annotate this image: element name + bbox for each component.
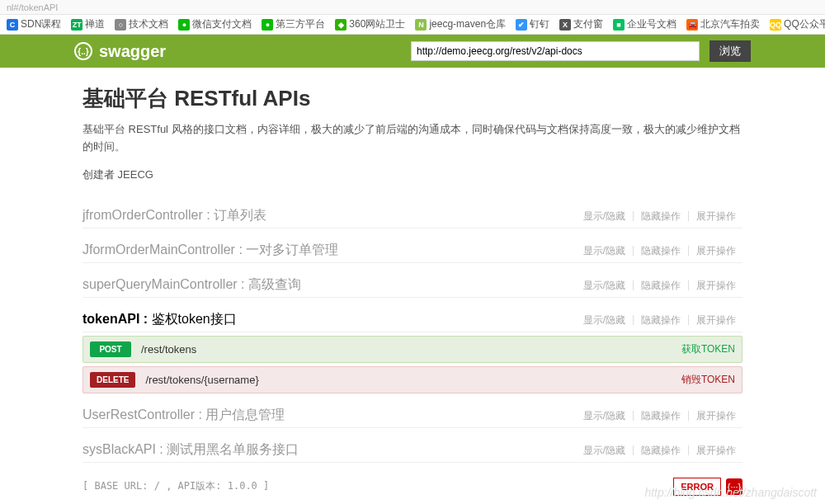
action-hide-ops[interactable]: 隐藏操作 bbox=[634, 313, 687, 327]
section-desc: 高级查询 bbox=[248, 277, 301, 291]
bookmark-label: SDN课程 bbox=[21, 17, 61, 31]
bookmark-icon: X bbox=[559, 19, 571, 31]
section-header[interactable]: superQueryMainController : 高级查询显示/隐藏隐藏操作… bbox=[82, 271, 742, 298]
action-show-hide[interactable]: 显示/隐藏 bbox=[577, 210, 632, 224]
bookmark-item[interactable]: QQQQ公众平台 bbox=[766, 17, 825, 31]
bookmark-label: 禅道 bbox=[85, 17, 105, 31]
section-header[interactable]: sysBlackAPI : 测试用黑名单服务接口显示/隐藏隐藏操作展开操作 bbox=[82, 436, 742, 463]
section-header[interactable]: UserRestController : 用户信息管理显示/隐藏隐藏操作展开操作 bbox=[82, 402, 742, 428]
main-container: 基础平台 RESTful APIs 基础平台 RESTful 风格的接口文档，内… bbox=[74, 68, 751, 504]
action-hide-ops[interactable]: 隐藏操作 bbox=[634, 444, 687, 458]
section-name: superQueryMainController bbox=[82, 277, 238, 291]
section-actions: 显示/隐藏隐藏操作展开操作 bbox=[577, 279, 742, 293]
bookmark-item[interactable]: ◆360网站卫士 bbox=[332, 17, 408, 31]
bookmark-icon: N bbox=[415, 19, 427, 31]
bookmark-item[interactable]: ○技术文档 bbox=[111, 17, 172, 31]
bookmark-icon: ● bbox=[262, 19, 273, 31]
bookmark-item[interactable]: ✔钉钉 bbox=[512, 17, 553, 31]
section-actions: 显示/隐藏隐藏操作展开操作 bbox=[577, 244, 742, 258]
section-actions: 显示/隐藏隐藏操作展开操作 bbox=[577, 444, 742, 458]
page-title: 基础平台 RESTful APIs bbox=[82, 84, 742, 113]
action-expand-ops[interactable]: 展开操作 bbox=[690, 244, 742, 258]
section-header[interactable]: tokenAPI : 鉴权token接口显示/隐藏隐藏操作展开操作 bbox=[82, 306, 742, 332]
bookmark-icon: QQ bbox=[770, 19, 781, 31]
section-desc: 鉴权token接口 bbox=[152, 312, 237, 326]
endpoint-path: /rest/tokens bbox=[141, 343, 196, 356]
swagger-logo-icon: {..} bbox=[74, 42, 92, 60]
bookmarks-bar: CSDN课程ZT禅道○技术文档●微信支付文档●第三方平台◆360网站卫士Njee… bbox=[0, 15, 825, 35]
api-section: tokenAPI : 鉴权token接口显示/隐藏隐藏操作展开操作 POST /… bbox=[82, 306, 742, 393]
browse-button[interactable]: 浏览 bbox=[710, 40, 751, 62]
section-title[interactable]: sysBlackAPI : 测试用黑名单服务接口 bbox=[82, 441, 299, 459]
error-button[interactable]: ERROR bbox=[673, 478, 721, 496]
section-desc: 测试用黑名单服务接口 bbox=[167, 442, 299, 456]
bookmark-item[interactable]: 🚘北京汽车拍卖 bbox=[683, 17, 763, 31]
section-header[interactable]: JformOrderMainController : 一对多订单管理显示/隐藏隐… bbox=[82, 237, 742, 263]
endpoint-summary: 获取TOKEN bbox=[681, 342, 735, 356]
action-hide-ops[interactable]: 隐藏操作 bbox=[634, 244, 687, 258]
bookmark-icon: ✔ bbox=[516, 19, 527, 31]
page-author: 创建者 JEECG bbox=[82, 167, 742, 182]
bookmark-item[interactable]: Njeecg-maven仓库 bbox=[412, 17, 509, 31]
bookmark-label: 支付窗 bbox=[573, 17, 603, 31]
bookmark-icon: ◆ bbox=[335, 19, 346, 31]
api-section: UserRestController : 用户信息管理显示/隐藏隐藏操作展开操作 bbox=[82, 402, 742, 428]
footer: [ BASE URL: / , API版本: 1.0.0 ] ERROR {··… bbox=[82, 478, 742, 496]
swagger-brand-text: swagger bbox=[99, 42, 166, 61]
action-expand-ops[interactable]: 展开操作 bbox=[690, 313, 742, 327]
action-hide-ops[interactable]: 隐藏操作 bbox=[634, 409, 687, 423]
bookmark-label: 北京汽车拍卖 bbox=[700, 17, 760, 31]
bookmark-label: 第三方平台 bbox=[276, 17, 325, 31]
api-section: superQueryMainController : 高级查询显示/隐藏隐藏操作… bbox=[82, 271, 742, 298]
api-section: sysBlackAPI : 测试用黑名单服务接口显示/隐藏隐藏操作展开操作 bbox=[82, 436, 742, 463]
bookmark-item[interactable]: CSDN课程 bbox=[3, 17, 64, 31]
action-show-hide[interactable]: 显示/隐藏 bbox=[577, 313, 632, 327]
page-description: 基础平台 RESTful 风格的接口文档，内容详细，极大的减少了前后端的沟通成本… bbox=[82, 121, 742, 156]
section-name: tokenAPI bbox=[82, 312, 139, 326]
action-hide-ops[interactable]: 隐藏操作 bbox=[634, 210, 687, 224]
api-section: jfromOrderController : 订单列表显示/隐藏隐藏操作展开操作 bbox=[82, 202, 742, 228]
bookmark-item[interactable]: ●微信支付文档 bbox=[175, 17, 255, 31]
bookmark-icon: ● bbox=[178, 19, 190, 31]
section-title[interactable]: UserRestController : 用户信息管理 bbox=[82, 407, 285, 424]
section-actions: 显示/隐藏隐藏操作展开操作 bbox=[577, 409, 742, 423]
action-show-hide[interactable]: 显示/隐藏 bbox=[577, 279, 632, 293]
error-badge-icon[interactable]: {···} bbox=[726, 478, 742, 495]
action-expand-ops[interactable]: 展开操作 bbox=[690, 444, 742, 458]
section-desc: 用户信息管理 bbox=[205, 407, 285, 422]
section-name: sysBlackAPI bbox=[82, 442, 156, 456]
section-title[interactable]: tokenAPI : 鉴权token接口 bbox=[82, 311, 237, 328]
section-header[interactable]: jfromOrderController : 订单列表显示/隐藏隐藏操作展开操作 bbox=[82, 202, 742, 228]
action-show-hide[interactable]: 显示/隐藏 bbox=[577, 409, 632, 423]
action-expand-ops[interactable]: 展开操作 bbox=[690, 409, 742, 423]
section-title[interactable]: JformOrderMainController : 一对多订单管理 bbox=[82, 242, 338, 259]
bookmark-item[interactable]: ZT禅道 bbox=[68, 17, 108, 31]
address-bar-fragment: nl#/tokenAPI bbox=[0, 0, 825, 15]
endpoint-summary: 销毁TOKEN bbox=[681, 373, 735, 387]
action-expand-ops[interactable]: 展开操作 bbox=[690, 210, 742, 224]
action-show-hide[interactable]: 显示/隐藏 bbox=[577, 444, 632, 458]
section-actions: 显示/隐藏隐藏操作展开操作 bbox=[577, 210, 742, 224]
section-desc: 一对多订单管理 bbox=[246, 243, 338, 257]
bookmark-item[interactable]: ●第三方平台 bbox=[258, 17, 328, 31]
endpoint-row[interactable]: DELETE /rest/tokens/{username} 销毁TOKEN bbox=[82, 366, 742, 393]
section-title[interactable]: superQueryMainController : 高级查询 bbox=[82, 276, 301, 294]
action-expand-ops[interactable]: 展开操作 bbox=[690, 279, 742, 293]
bookmark-item[interactable]: X支付窗 bbox=[556, 17, 606, 31]
method-badge: POST bbox=[90, 341, 131, 357]
api-url-input[interactable] bbox=[411, 41, 700, 61]
bookmark-item[interactable]: ■企业号文档 bbox=[610, 17, 680, 31]
section-title[interactable]: jfromOrderController : 订单列表 bbox=[82, 207, 266, 224]
bookmark-label: 技术文档 bbox=[129, 17, 168, 31]
section-name: UserRestController bbox=[82, 407, 195, 422]
swagger-header: {..} swagger 浏览 bbox=[0, 35, 825, 68]
action-show-hide[interactable]: 显示/隐藏 bbox=[577, 244, 632, 258]
bookmark-icon: C bbox=[7, 19, 18, 31]
swagger-logo: {..} swagger bbox=[74, 42, 166, 61]
endpoint-row[interactable]: POST /rest/tokens 获取TOKEN bbox=[82, 336, 742, 363]
section-actions: 显示/隐藏隐藏操作展开操作 bbox=[577, 313, 742, 327]
bookmark-label: 微信支付文档 bbox=[192, 17, 252, 31]
section-name: jfromOrderController bbox=[82, 208, 203, 222]
bookmark-icon: ■ bbox=[613, 19, 625, 31]
action-hide-ops[interactable]: 隐藏操作 bbox=[634, 279, 687, 293]
